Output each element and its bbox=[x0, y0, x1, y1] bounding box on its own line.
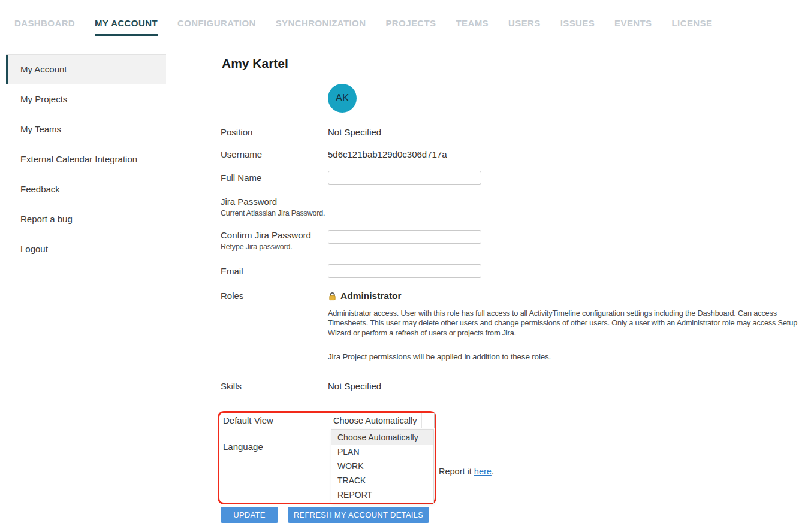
nav-tab-users[interactable]: USERS bbox=[508, 18, 541, 36]
username-value: 5d6c121bab129d0c306d717a bbox=[328, 149, 447, 159]
jira-password-row: Jira Password Current Atlassian Jira Pas… bbox=[221, 197, 805, 217]
avatar: AK bbox=[328, 84, 357, 113]
full-name-label: Full Name bbox=[221, 171, 328, 185]
account-details-panel: Amy Kartel AK Position Not Specified Use… bbox=[221, 53, 805, 532]
dropdown-option-work[interactable]: WORK bbox=[331, 459, 433, 473]
nav-tab-my-account[interactable]: MY ACCOUNT bbox=[95, 18, 158, 36]
report-prefix: Report it bbox=[439, 467, 474, 476]
jira-password-hint: Current Atlassian Jira Password. bbox=[221, 209, 328, 217]
username-row: Username 5d6c121bab129d0c306d717a bbox=[221, 149, 805, 159]
roles-row: Roles Administrator Administrator access… bbox=[221, 291, 805, 361]
nav-tab-teams[interactable]: TEAMS bbox=[456, 18, 489, 36]
annotation-highlight-box: Default View Language Choose Automatical… bbox=[218, 411, 436, 504]
nav-tab-configuration[interactable]: CONFIGURATION bbox=[177, 18, 256, 36]
nav-tab-events[interactable]: EVENTS bbox=[614, 18, 652, 36]
confirm-password-row: Confirm Jira Password Retype Jira passwo… bbox=[221, 230, 805, 251]
refresh-account-details-button[interactable]: REFRESH MY ACCOUNT DETAILS bbox=[288, 507, 429, 523]
username-label: Username bbox=[221, 149, 328, 159]
nav-tab-dashboard[interactable]: DASHBOARD bbox=[14, 18, 75, 36]
default-view-selected-value: Choose Automatically bbox=[328, 416, 421, 425]
full-name-row: Full Name bbox=[221, 171, 805, 185]
page-title: Amy Kartel bbox=[222, 56, 288, 71]
dropdown-option-choose-automatically[interactable]: Choose Automatically bbox=[331, 430, 433, 445]
dropdown-option-track[interactable]: TRACK bbox=[331, 473, 433, 488]
skills-label: Skills bbox=[221, 381, 328, 391]
language-label: Language bbox=[223, 442, 263, 452]
sidebar-item-my-account[interactable]: My Account bbox=[6, 55, 166, 84]
sidebar-item-my-projects[interactable]: My Projects bbox=[6, 84, 166, 114]
report-it-text: Report it here. bbox=[439, 467, 494, 476]
confirm-password-label-group: Confirm Jira Password Retype Jira passwo… bbox=[221, 230, 328, 251]
default-view-select[interactable]: Choose Automatically bbox=[328, 413, 435, 428]
email-input[interactable] bbox=[328, 264, 481, 278]
jira-password-label-group: Jira Password Current Atlassian Jira Pas… bbox=[221, 197, 328, 217]
select-arrow-area[interactable] bbox=[421, 413, 434, 428]
default-view-label: Default View bbox=[223, 415, 273, 425]
sidebar-item-feedback[interactable]: Feedback bbox=[6, 174, 166, 204]
nav-tab-synchronization[interactable]: SYNCHRONIZATION bbox=[276, 18, 366, 36]
avatar-initials: AK bbox=[336, 92, 349, 104]
full-name-input[interactable] bbox=[328, 171, 481, 185]
sidebar: My Account My Projects My Teams External… bbox=[6, 54, 166, 264]
position-label: Position bbox=[221, 127, 328, 137]
nav-tab-projects[interactable]: PROJECTS bbox=[385, 18, 436, 36]
report-here-link[interactable]: here bbox=[474, 467, 492, 476]
confirm-password-label: Confirm Jira Password bbox=[221, 230, 328, 240]
skills-value: Not Specified bbox=[328, 381, 381, 391]
role-name: Administrator bbox=[340, 291, 402, 301]
sidebar-item-logout[interactable]: Logout bbox=[6, 234, 166, 264]
sidebar-item-my-teams[interactable]: My Teams bbox=[6, 114, 166, 144]
dropdown-option-report[interactable]: REPORT bbox=[331, 488, 433, 502]
sidebar-item-report-a-bug[interactable]: Report a bug bbox=[6, 204, 166, 234]
nav-tab-license[interactable]: LICENSE bbox=[672, 18, 713, 36]
dropdown-option-plan[interactable]: PLAN bbox=[331, 445, 433, 459]
lock-icon bbox=[328, 292, 337, 301]
email-label: Email bbox=[221, 264, 328, 278]
action-buttons: UPDATE REFRESH MY ACCOUNT DETAILS bbox=[221, 507, 429, 523]
role-note: Jira Project permissions will be applied… bbox=[328, 352, 803, 361]
nav-tab-issues[interactable]: ISSUES bbox=[560, 18, 595, 36]
confirm-password-hint: Retype Jira password. bbox=[221, 243, 328, 251]
skills-row: Skills Not Specified bbox=[221, 381, 805, 391]
sidebar-item-external-calendar-integration[interactable]: External Calendar Integration bbox=[6, 144, 166, 174]
role-description: Administrator access. User with this rol… bbox=[328, 309, 803, 338]
email-row: Email bbox=[221, 264, 805, 278]
confirm-password-input[interactable] bbox=[328, 230, 481, 244]
role-heading: Administrator bbox=[328, 291, 803, 301]
position-value: Not Specified bbox=[328, 127, 381, 137]
roles-label: Roles bbox=[221, 291, 328, 361]
default-view-dropdown-list: Choose Automatically PLAN WORK TRACK REP… bbox=[331, 429, 434, 503]
roles-content: Administrator Administrator access. User… bbox=[328, 291, 803, 361]
top-navigation: DASHBOARD MY ACCOUNT CONFIGURATION SYNCH… bbox=[14, 18, 712, 36]
position-row: Position Not Specified bbox=[221, 127, 805, 137]
report-suffix: . bbox=[492, 467, 494, 476]
update-button[interactable]: UPDATE bbox=[221, 507, 278, 523]
jira-password-label: Jira Password bbox=[221, 197, 328, 207]
